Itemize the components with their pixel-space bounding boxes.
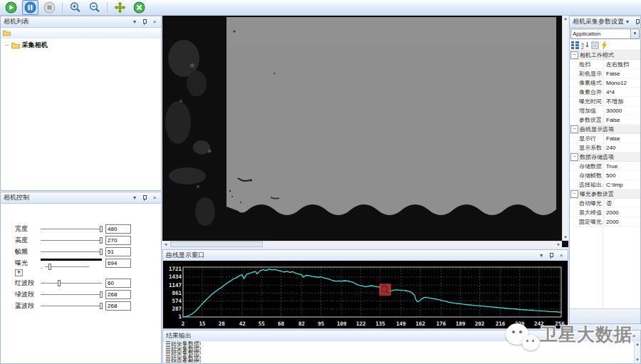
folder-icon[interactable] [3, 30, 11, 36]
property-category[interactable]: −曝光参数设置 [570, 189, 640, 199]
pause-button[interactable] [22, 0, 38, 15]
slider-handle[interactable] [100, 226, 103, 232]
collapse-icon[interactable]: − [570, 51, 578, 59]
property-row[interactable]: 推扫左右推扫 [570, 60, 640, 69]
pin-icon[interactable] [141, 19, 148, 26]
image-horizontal-scrollbar[interactable]: ◄ ► [162, 241, 562, 247]
slider-handle[interactable] [100, 237, 103, 244]
panel-menu-icon[interactable]: ▾ [538, 252, 545, 259]
property-value[interactable]: C:\tmp [603, 180, 640, 189]
property-value[interactable]: 2000 [603, 217, 640, 226]
property-category[interactable]: −曲线显示选项 [570, 125, 640, 134]
zoom-out-button[interactable] [86, 0, 103, 15]
slider-track[interactable]: - [45, 263, 89, 270]
property-row[interactable]: 曝光时间不增加 [570, 97, 640, 106]
property-category[interactable]: −数据存储选项 [570, 152, 640, 162]
panel-menu-icon[interactable]: ▾ [131, 19, 138, 26]
collapse-icon[interactable]: − [570, 153, 578, 161]
slider-handle[interactable] [100, 291, 103, 298]
property-value[interactable]: 500 [603, 171, 640, 180]
slider-handle[interactable] [48, 264, 51, 270]
property-value[interactable]: True [603, 162, 640, 170]
close-button[interactable] [131, 0, 147, 15]
pin-icon[interactable] [620, 333, 627, 340]
chevron-down-icon[interactable]: ▼ [630, 29, 639, 38]
property-value[interactable]: False [603, 69, 640, 78]
property-value[interactable]: False [603, 115, 640, 124]
tree-item-capture-camera[interactable]: ─ 采集相机 [1, 38, 161, 50]
property-category[interactable]: −相机工作模式 [570, 51, 640, 60]
property-value[interactable]: 左右推扫 [603, 60, 640, 68]
property-value[interactable]: 4*4 [603, 88, 640, 96]
property-value[interactable]: Mono12 [603, 78, 640, 87]
property-row[interactable]: 参数设置False [570, 115, 640, 125]
slider-handle[interactable] [100, 303, 103, 309]
slider-track[interactable] [41, 225, 102, 232]
property-row[interactable]: 像素合并4*4 [570, 88, 640, 97]
slider-track[interactable] [41, 248, 102, 255]
alphabetical-sort-icon[interactable]: A Z [581, 41, 589, 49]
panel-close-icon[interactable]: × [558, 252, 565, 259]
collapse-icon[interactable]: − [570, 190, 578, 198]
slider-track[interactable] [41, 279, 102, 286]
panel-menu-icon[interactable]: ▾ [131, 194, 138, 202]
scroll-down-icon[interactable]: ▼ [635, 357, 640, 363]
play-button[interactable] [3, 0, 19, 15]
slider-value-input[interactable] [105, 247, 131, 256]
events-lightning-icon[interactable] [601, 41, 608, 49]
slider-track[interactable] [41, 302, 102, 309]
pan-button[interactable] [112, 0, 128, 15]
pin-icon[interactable] [548, 252, 555, 259]
zoom-in-button[interactable] [67, 0, 83, 15]
stop-button[interactable] [41, 0, 58, 15]
pin-icon[interactable] [634, 19, 641, 26]
slider-value-input[interactable] [105, 279, 131, 288]
scrollbar-thumb[interactable] [170, 241, 263, 247]
property-value[interactable]: 240 [603, 143, 640, 152]
property-row[interactable]: 选择输出...C:\tmp [570, 180, 640, 189]
log-scrollbar[interactable]: ▲ ▼ [634, 341, 640, 363]
panel-menu-icon[interactable]: ▾ [624, 19, 631, 26]
property-row[interactable]: 最大峰值2000 [570, 208, 640, 217]
slider-value-input[interactable] [105, 290, 131, 299]
log-output[interactable]: 开始采集数据!开始采集数据!开始采集数据!开始采集数据!开始采集数据! [164, 341, 634, 363]
scroll-up-icon[interactable]: ▲ [563, 16, 568, 22]
property-row[interactable]: 自动曝光否 [570, 199, 640, 208]
property-value[interactable]: False [603, 134, 640, 142]
property-row[interactable]: 增加值30000 [570, 106, 640, 115]
slider-value-input[interactable] [105, 236, 131, 245]
property-row[interactable]: 显示系数240 [570, 143, 640, 152]
scroll-down-icon[interactable]: ▼ [563, 234, 568, 241]
application-combobox[interactable]: Application ▼ [570, 28, 640, 39]
tree-expand-icon[interactable]: ─ [5, 42, 9, 48]
property-row[interactable]: 显示行False [570, 134, 640, 143]
property-value[interactable]: 2000 [603, 208, 640, 217]
panel-close-icon[interactable]: × [151, 19, 158, 26]
scroll-left-icon[interactable]: ◄ [162, 241, 169, 247]
panel-close-icon[interactable]: × [151, 194, 158, 202]
property-row[interactable]: 存储数据True [570, 162, 640, 171]
image-vertical-scrollbar[interactable]: ▲ ▼ [562, 16, 568, 241]
slider-value-input[interactable] [105, 301, 131, 311]
panel-close-icon[interactable]: × [630, 333, 637, 340]
panel-menu-icon[interactable]: ▾ [610, 333, 617, 340]
property-value[interactable]: 30000 [603, 106, 640, 115]
property-value[interactable]: 不增加 [603, 97, 640, 105]
property-row[interactable]: 存储帧数500 [570, 171, 640, 180]
scroll-up-icon[interactable]: ▲ [635, 341, 640, 348]
property-pages-icon[interactable] [591, 41, 599, 49]
collapse-icon[interactable]: − [570, 125, 578, 133]
pin-icon[interactable] [141, 194, 148, 202]
slider-value-input[interactable] [105, 224, 131, 234]
slider-handle[interactable] [58, 280, 61, 286]
property-row[interactable]: 固定曝光...2000 [570, 217, 640, 227]
categorized-view-icon[interactable] [571, 41, 579, 49]
slider-handle[interactable] [100, 249, 103, 255]
scroll-right-icon[interactable]: ► [556, 241, 562, 247]
property-value[interactable]: 否 [603, 199, 640, 207]
slider-track[interactable] [41, 291, 102, 298]
property-row[interactable]: 像素格式Mono12 [570, 78, 640, 88]
slider-value-input[interactable] [105, 259, 131, 268]
chevron-down-icon[interactable]: ▼ [15, 269, 23, 276]
slider-track[interactable] [41, 236, 102, 244]
